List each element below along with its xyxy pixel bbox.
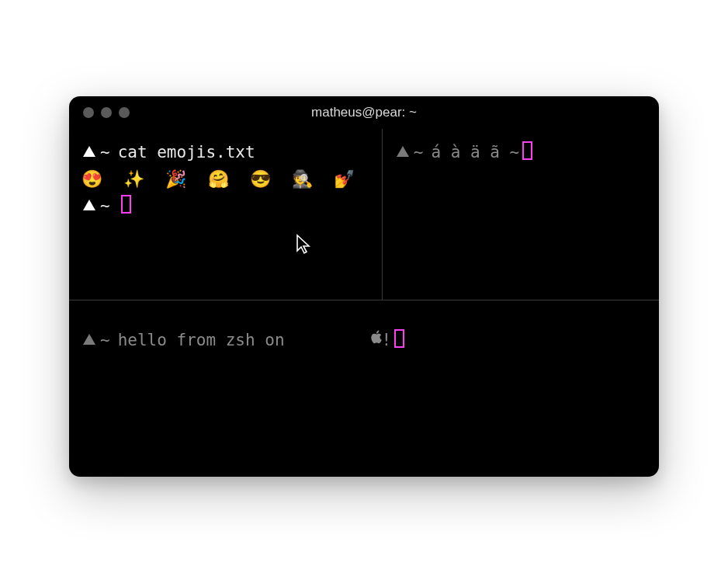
output-line: 😍 ✨ 🎉 🤗 😎 🕵️ 💅 [81, 166, 368, 193]
prompt-path: ~ [100, 328, 110, 353]
close-button[interactable] [83, 107, 94, 118]
cursor [394, 329, 404, 348]
typed-suffix: ! [382, 328, 392, 353]
prompt-line: ~ cat emojis.txt [83, 140, 368, 165]
titlebar[interactable]: matheus@pear: ~ [69, 96, 659, 129]
cursor [121, 195, 131, 214]
prompt-path: ~ [414, 140, 424, 165]
minimize-button[interactable] [101, 107, 112, 118]
pane-bottom[interactable]: ~ hello from zsh on ! [69, 300, 659, 477]
command-text: cat emojis.txt [118, 140, 255, 165]
triangle-icon [397, 146, 409, 157]
prompt-line: ~ [83, 193, 368, 219]
triangle-icon [83, 334, 95, 345]
typed-text: á à ä ã ~ [431, 140, 519, 165]
cursor [522, 141, 532, 160]
prompt-line: ~ hello from zsh on ! [83, 311, 645, 370]
traffic-lights [83, 107, 130, 118]
typed-text: hello from zsh on [118, 328, 295, 353]
prompt-line: ~ á à ä ã ~ [397, 140, 645, 165]
pane-top-left[interactable]: ~ cat emojis.txt 😍 ✨ 🎉 🤗 😎 🕵️ 💅 ~ [69, 129, 382, 300]
maximize-button[interactable] [119, 107, 130, 118]
triangle-icon [83, 146, 95, 157]
triangle-icon [83, 200, 95, 210]
emoji-output: 😍 ✨ 🎉 🤗 😎 🕵️ 💅 [81, 166, 360, 193]
pane-top-right[interactable]: ~ á à ä ã ~ [382, 129, 659, 300]
prompt-path: ~ [100, 193, 110, 219]
terminal-window: matheus@pear: ~ ~ cat emojis.txt 😍 ✨ 🎉 🤗… [69, 96, 659, 477]
window-title: matheus@pear: ~ [311, 105, 417, 120]
prompt-path: ~ [100, 140, 110, 165]
apple-icon [294, 311, 381, 370]
mouse-cursor-icon [296, 234, 314, 263]
pane-container: ~ cat emojis.txt 😍 ✨ 🎉 🤗 😎 🕵️ 💅 ~ [69, 129, 659, 477]
